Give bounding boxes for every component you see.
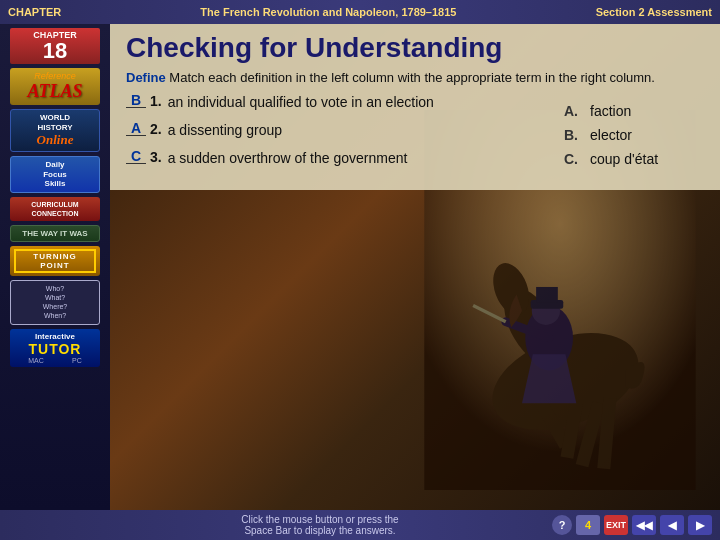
- chapter-number: 18: [16, 40, 94, 62]
- turning-point-button[interactable]: TURNING POINT: [10, 246, 100, 276]
- match-letter-2: A: [126, 121, 146, 136]
- world-history-button[interactable]: WORLD HISTORY Online: [10, 109, 100, 152]
- svg-rect-12: [536, 287, 558, 302]
- match-text-2: a dissenting group: [168, 121, 282, 139]
- atlas-label: ATLAS: [14, 81, 96, 102]
- match-text-1: an individual qualified to vote in an el…: [168, 93, 434, 111]
- match-number-1: 1.: [150, 93, 162, 109]
- tutor-label: TUTOR: [14, 341, 96, 357]
- match-item-1: B 1. an individual qualified to vote in …: [126, 93, 534, 111]
- reference-label: Reference: [14, 71, 96, 81]
- answer-item-b: B. elector: [564, 127, 704, 143]
- match-number-3: 3.: [150, 149, 162, 165]
- interactive-label: Interactive: [14, 332, 96, 341]
- top-bar-title: The French Revolution and Napoleon, 1789…: [200, 6, 456, 18]
- prev-prev-button[interactable]: ◀◀: [632, 515, 656, 535]
- daily-focus-label: DailyFocusSkills: [15, 160, 95, 189]
- right-column: A. faction B. elector C. coup d'état: [564, 103, 704, 178]
- answer-item-c: C. coup d'état: [564, 151, 704, 167]
- match-item-2: A 2. a dissenting group: [126, 121, 534, 139]
- answer-letter-b: B.: [564, 127, 582, 143]
- curriculum-button[interactable]: CURRICULUMCONNECTION: [10, 197, 100, 221]
- prev-button[interactable]: ◀: [660, 515, 684, 535]
- page-num-button[interactable]: 4: [576, 515, 600, 535]
- interactive-tutor-button[interactable]: Interactive TUTOR MAC PC: [10, 329, 100, 367]
- left-column: B 1. an individual qualified to vote in …: [126, 93, 534, 178]
- answer-item-a: A. faction: [564, 103, 704, 119]
- match-text-3: a sudden overthrow of the government: [168, 149, 408, 167]
- daily-focus-button[interactable]: DailyFocusSkills: [10, 156, 100, 193]
- bottom-bar: Click the mouse button or press the Spac…: [0, 510, 720, 540]
- answer-text-a: faction: [590, 103, 631, 119]
- match-number-2: 2.: [150, 121, 162, 137]
- way-it-was-button[interactable]: THE WAY IT WAS: [10, 225, 100, 242]
- mac-pc-label: MAC PC: [14, 357, 96, 364]
- world-history-label: WORLD HISTORY: [15, 113, 95, 132]
- answer-letter-c: C.: [564, 151, 582, 167]
- match-letter-1: B: [126, 93, 146, 108]
- bottom-instruction: Click the mouse button or press the Spac…: [88, 514, 552, 536]
- answer-text-b: elector: [590, 127, 632, 143]
- instructions-text: Define Match each definition in the left…: [126, 70, 704, 85]
- chapter-box: CHAPTER 18: [10, 28, 100, 64]
- match-item-3: C 3. a sudden overthrow of the governmen…: [126, 149, 534, 167]
- top-bar-section: Section 2 Assessment: [596, 6, 712, 18]
- page-title: Checking for Understanding: [126, 32, 704, 64]
- content-panel: Checking for Understanding Define Match …: [110, 24, 720, 190]
- top-bar-chapter: CHAPTER: [8, 6, 61, 18]
- help-button[interactable]: ?: [552, 515, 572, 535]
- curriculum-label: CURRICULUMCONNECTION: [14, 200, 96, 218]
- turning-point-label: TURNING POINT: [14, 249, 96, 273]
- define-section: B 1. an individual qualified to vote in …: [126, 93, 704, 178]
- answer-text-c: coup d'état: [590, 151, 658, 167]
- bottom-nav: ? 4 EXIT ◀◀ ◀ ▶: [552, 515, 712, 535]
- top-bar: CHAPTER The French Revolution and Napole…: [0, 0, 720, 24]
- atlas-button[interactable]: Reference ATLAS: [10, 68, 100, 105]
- main-content: Checking for Understanding Define Match …: [110, 24, 720, 510]
- exit-button[interactable]: EXIT: [604, 515, 628, 535]
- sidebar: CHAPTER 18 Reference ATLAS WORLD HISTORY…: [0, 24, 110, 510]
- way-it-was-label: THE WAY IT WAS: [15, 229, 95, 238]
- who-what-label: Who? What? Where? When?: [15, 284, 95, 320]
- online-label: Online: [15, 132, 95, 148]
- who-what-button[interactable]: Who? What? Where? When?: [10, 280, 100, 324]
- match-letter-3: C: [126, 149, 146, 164]
- answer-letter-a: A.: [564, 103, 582, 119]
- instructions-body: Match each definition in the left column…: [169, 70, 655, 85]
- define-word: Define: [126, 70, 166, 85]
- next-button[interactable]: ▶: [688, 515, 712, 535]
